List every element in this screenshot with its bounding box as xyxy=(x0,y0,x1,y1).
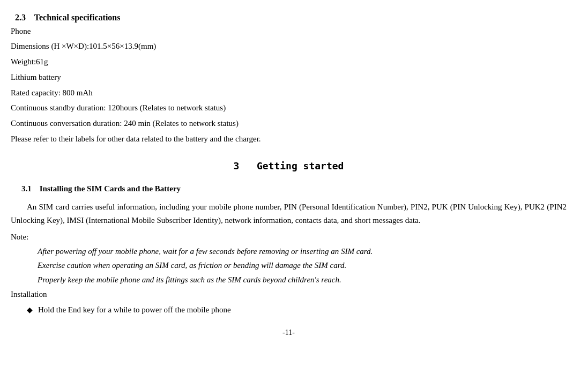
standby-duration-text: Continuous standby duration: 120hours (R… xyxy=(11,101,567,115)
battery-label: Lithium battery xyxy=(11,71,567,84)
installation-label: Installation xyxy=(11,288,567,301)
note-1-text: After powering off your mobile phone, wa… xyxy=(38,245,567,258)
weight-text: Weight:61g xyxy=(11,55,567,69)
phone-label: Phone xyxy=(11,25,567,38)
note-3-text: Properly keep the mobile phone and its f… xyxy=(38,273,567,287)
page-number: -11- xyxy=(11,327,567,339)
chapter-3-heading: 3 Getting started xyxy=(11,159,567,174)
section-31-paragraph1: An SIM card carries useful information, … xyxy=(11,200,567,227)
battery-note-text: Please refer to their labels for other d… xyxy=(11,132,567,146)
note-2-text: Exercise caution when operating an SIM c… xyxy=(38,259,567,272)
rated-capacity-text: Rated capacity: 800 mAh xyxy=(11,86,567,100)
section-23-header: 2.3 Technical specifications xyxy=(11,11,567,25)
section-31-title: 3.1 Installing the SIM Cards and the Bat… xyxy=(21,182,567,195)
bullet-diamond-icon: ◆ xyxy=(27,304,33,316)
dimensions-text: Dimensions (H ×W×D):101.5×56×13.9(mm) xyxy=(11,40,567,53)
bullet-1-text: Hold the End key for a while to power of… xyxy=(38,303,231,316)
note-label: Note: xyxy=(11,230,567,244)
bullet-item-1: ◆ Hold the End key for a while to power … xyxy=(27,303,567,316)
conversation-duration-text: Continuous conversation duration: 240 mi… xyxy=(11,117,567,130)
section-23-title: 2.3 Technical specifications xyxy=(11,13,120,22)
